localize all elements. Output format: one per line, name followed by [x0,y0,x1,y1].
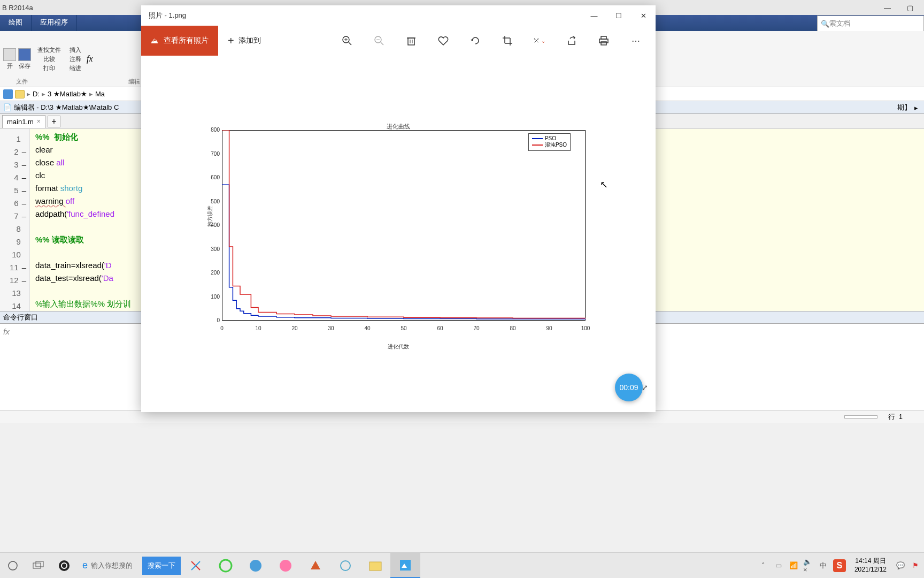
app-photos[interactable] [390,553,420,578]
tray-chevron-up-icon[interactable]: ˄ [758,560,769,571]
code: addpath( [35,209,67,218]
minimize-button[interactable]: — [582,5,606,26]
maximize-button[interactable]: ☐ [606,5,631,26]
delete-icon[interactable] [405,35,417,47]
add-tab-button[interactable]: + [48,116,60,127]
tray-volume-icon[interactable]: 🔈× [803,560,814,571]
path-seg1[interactable]: 3 ★Matlab★ [48,90,87,98]
line-gutter: 1 2– 3– 4– 5– 6– 7– 8 9 10 11– 12– 13 14 [0,129,30,311]
right-sidebar-tab[interactable]: 期】 ▸ [897,101,924,115]
clock-date: 2021/12/12 [854,566,887,574]
save-label: 保存 [18,62,31,70]
svg-point-25 [59,560,70,571]
add-to-button[interactable]: + 添加到 [218,35,271,47]
close-tab-icon[interactable]: × [37,118,41,125]
more-icon[interactable]: ⋯ [630,35,642,47]
code: %% [35,235,52,244]
app-matlab[interactable] [301,553,330,578]
tray-wifi-icon[interactable]: 📶 [788,560,799,571]
svg-rect-7 [408,38,414,45]
close-button[interactable]: ✕ [631,5,656,26]
edit-icon[interactable]: ⌄ [534,35,545,47]
code: clc [35,171,45,180]
svg-rect-23 [33,563,41,568]
code: off [66,196,74,206]
mouse-cursor-icon: ↖ [600,179,608,191]
fx-icon[interactable]: fx [87,54,93,64]
svg-point-22 [9,561,17,570]
code: format [35,184,60,193]
insert-button[interactable]: 插入 [70,46,81,54]
search-docs-input[interactable]: 🔍 索文档 [817,16,924,32]
right-sidebar-label: 期】 [897,103,911,112]
app-cloud[interactable] [330,553,360,578]
code: 'Da [102,273,113,283]
app-edge[interactable] [241,553,271,578]
save-icon[interactable] [18,48,31,61]
svg-point-30 [250,560,261,572]
tray-ime-icon[interactable]: 中 [818,560,829,571]
path-arrow-icon: ▸ [27,90,30,98]
chart-lines [222,130,586,321]
comment-button[interactable]: 注释 [70,55,81,63]
print-icon[interactable] [598,35,610,47]
section-edit: 编辑 [128,78,140,86]
app-snip[interactable] [181,553,211,578]
photos-titlebar[interactable]: 照片 - 1.png — ☐ ✕ [141,5,656,26]
view-all-photos-button[interactable]: ⛰ 查看所有照片 [141,26,218,56]
favorite-icon[interactable] [437,35,449,47]
legend-swatch [532,138,543,139]
svg-rect-34 [400,560,411,571]
rotate-icon[interactable] [469,35,481,47]
code: %输入输出数据%% 划分训 [35,299,131,308]
share-icon[interactable] [566,35,578,47]
nav-back-icon[interactable] [3,89,13,99]
ime-badge[interactable]: S [833,559,846,572]
zoom-in-icon[interactable] [341,35,353,47]
print-button[interactable]: 打印 [37,64,61,72]
code: %% [35,132,54,141]
tray-notifications-icon[interactable]: 💬 [895,560,906,571]
view-all-label: 查看所有照片 [164,36,209,45]
code: data_train=xlsread( [35,261,104,270]
tray-flag-icon[interactable]: ⚑ [910,560,921,571]
start-button[interactable] [0,553,26,579]
photo-canvas[interactable]: 进化曲线 均方误差 进化代数 PSO 混沌PSO 010020030040050… [141,56,656,412]
svg-line-1 [349,42,351,45]
compare-button[interactable]: 比较 [37,55,61,63]
file-tab-main1[interactable]: main1.m × [2,115,45,128]
chart-legend: PSO 混沌PSO [528,133,571,151]
taskbar-clock[interactable]: 14:14 周日 2021/12/12 [850,557,891,574]
app-browser1[interactable] [211,553,241,578]
clock-time: 14:14 周日 [854,557,887,566]
zoom-out-icon[interactable] [373,35,385,47]
search-button[interactable]: 搜索一下 [142,557,181,575]
code-area[interactable]: %% 初始化 clear close all clc format shortg… [30,129,136,311]
find-files-button[interactable]: 查找文件 [37,46,61,54]
matlab-title-text: B R2014a [2,4,33,12]
path-seg2[interactable]: Ma [95,90,105,98]
svg-point-29 [220,560,232,572]
open-icon[interactable] [3,48,16,61]
app-explorer[interactable] [360,553,390,578]
minimize-icon[interactable]: — [884,4,891,12]
tab-plot[interactable]: 绘图 [0,15,32,31]
tray-battery-icon[interactable]: ▭ [773,560,784,571]
crop-icon[interactable] [502,35,513,47]
path-arrow-icon: ▸ [89,90,93,98]
app-browser2[interactable] [271,553,301,578]
search-docs-placeholder: 索文档 [829,19,850,28]
maximize-icon[interactable]: ▢ [907,4,913,12]
path-drive[interactable]: D: [33,90,40,98]
obs-icon[interactable] [51,553,77,579]
legend-swatch [532,144,543,146]
taskbar-search[interactable]: e 输入你想搜的 [77,560,138,571]
tab-apps[interactable]: 应用程序 [32,15,77,31]
chart-xlabel: 进化代数 [201,343,596,351]
search-icon: 🔍 [821,20,829,28]
legend-label-1: 混沌PSO [545,141,567,149]
task-view-icon[interactable] [26,553,51,579]
recording-badge[interactable]: 00:09 [615,374,643,401]
indent-button[interactable]: 缩进 [70,64,81,72]
ie-icon: e [82,560,88,571]
